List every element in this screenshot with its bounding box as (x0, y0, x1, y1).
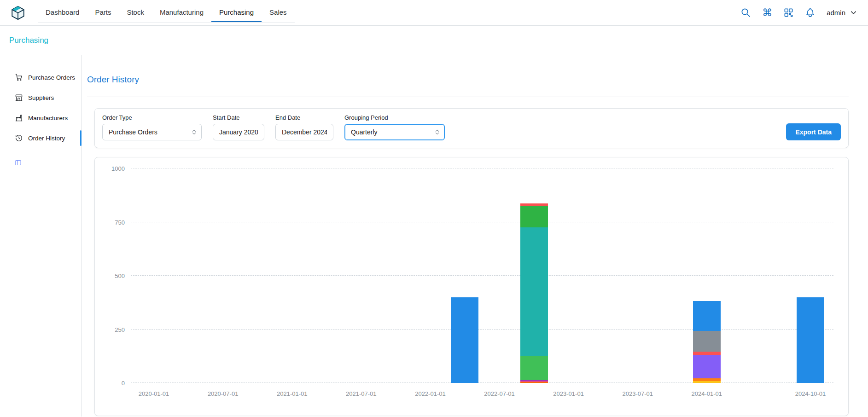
order-type-field: Order Type Purchase Orders (102, 114, 202, 140)
tab-manufacturing[interactable]: Manufacturing (152, 3, 211, 22)
end-date-label: End Date (275, 114, 333, 121)
y-axis-tick-label: 250 (115, 326, 125, 333)
start-date-field: Start Date (213, 114, 264, 140)
tab-parts[interactable]: Parts (87, 3, 119, 22)
sidebar-item-order-history[interactable]: Order History (0, 128, 81, 148)
bar-segment[interactable] (520, 382, 548, 383)
order-history-chart: 025050075010002020-01-012020-07-012021-0… (94, 157, 849, 416)
bar-segment[interactable] (693, 352, 721, 355)
tab-stock[interactable]: Stock (119, 3, 152, 22)
y-axis-tick-label: 750 (115, 219, 125, 226)
x-axis-tick-label: 2022-01-01 (415, 390, 446, 397)
user-menu[interactable]: admin (827, 8, 858, 17)
notifications-bell-icon[interactable] (805, 7, 816, 18)
grouping-period-select[interactable]: Quarterly (344, 124, 445, 140)
sidebar-item-label: Purchase Orders (28, 74, 75, 81)
y-axis-tick-label: 500 (115, 272, 125, 279)
command-palette-icon[interactable]: ⌘ (762, 8, 772, 18)
bar-segment[interactable] (797, 297, 824, 383)
sidebar-item-purchase-orders[interactable]: Purchase Orders (0, 67, 81, 87)
x-axis-tick-label: 2024-01-01 (692, 390, 722, 397)
x-axis-tick-label: 2023-01-01 (553, 390, 584, 397)
sidebar-item-suppliers[interactable]: Suppliers (0, 87, 81, 108)
bar-segment[interactable] (693, 355, 721, 378)
order-type-select[interactable]: Purchase Orders (102, 124, 202, 140)
grouping-period-value: Quarterly (351, 128, 378, 136)
page-content: Purchase Orders Suppliers Manufacturers (0, 55, 868, 417)
hexagon-package-icon (10, 5, 26, 21)
bar-segment[interactable] (520, 206, 548, 228)
x-axis-tick-label: 2022-07-01 (484, 390, 515, 397)
x-axis-tick-label: 2021-07-01 (346, 390, 377, 397)
breadcrumb[interactable]: Purchasing (9, 36, 48, 45)
building-store-icon (15, 93, 23, 102)
order-type-value: Purchase Orders (109, 128, 157, 136)
app-logo[interactable] (10, 5, 26, 21)
gridline (131, 382, 833, 383)
bar-segment[interactable] (451, 297, 478, 383)
gridline (131, 168, 833, 168)
sidebar-collapse-icon[interactable] (15, 159, 22, 166)
top-navbar: Dashboard Parts Stock Manufacturing Purc… (0, 0, 868, 26)
stacked-bar-2022-04-01[interactable] (451, 168, 478, 383)
tab-dashboard[interactable]: Dashboard (38, 3, 87, 22)
filter-card: Order Type Purchase Orders Start Date (94, 108, 849, 148)
gridline (131, 275, 833, 276)
bar-segment[interactable] (520, 227, 548, 356)
qr-scan-icon[interactable] (783, 7, 794, 18)
factory-icon (15, 114, 23, 122)
shopping-cart-icon (15, 73, 23, 81)
bar-segment[interactable] (693, 381, 721, 383)
bar-segment[interactable] (693, 331, 721, 352)
title-divider (87, 97, 849, 97)
stacked-bar-2024-01-01[interactable] (693, 168, 721, 383)
x-axis-tick-label: 2020-07-01 (208, 390, 239, 397)
username-label: admin (827, 9, 845, 17)
x-axis-tick-label: 2023-07-01 (622, 390, 653, 397)
main-nav-tabs: Dashboard Parts Stock Manufacturing Purc… (38, 3, 295, 23)
y-axis-tick-label: 1000 (111, 165, 125, 172)
chevron-down-icon (849, 8, 858, 17)
breadcrumb-bar: Purchasing (0, 26, 868, 55)
tab-purchasing[interactable]: Purchasing (211, 3, 262, 22)
select-updown-icon (434, 129, 441, 136)
stacked-bar-2024-10-01[interactable] (797, 168, 824, 383)
tab-sales[interactable]: Sales (262, 3, 295, 22)
grouping-period-field: Grouping Period Quarterly (344, 114, 445, 140)
grouping-period-label: Grouping Period (344, 114, 445, 121)
bar-segment[interactable] (520, 356, 548, 380)
end-date-field: End Date (275, 114, 333, 140)
start-date-input[interactable] (213, 124, 264, 140)
export-data-button[interactable]: Export Data (786, 123, 841, 140)
sidebar-item-label: Suppliers (28, 94, 54, 101)
search-icon[interactable] (740, 7, 751, 18)
purchasing-sidebar: Purchase Orders Suppliers Manufacturers (0, 55, 82, 417)
navbar-actions: ⌘ admin (740, 7, 858, 18)
end-date-input[interactable] (275, 124, 333, 140)
bar-segment[interactable] (693, 301, 721, 331)
gridline (131, 329, 833, 330)
start-date-label: Start Date (213, 114, 264, 121)
x-axis-tick-label: 2020-01-01 (139, 390, 169, 397)
y-axis-tick-label: 0 (122, 380, 125, 387)
sidebar-item-manufacturers[interactable]: Manufacturers (0, 108, 81, 128)
page-title: Order History (87, 75, 849, 85)
order-history-panel: Order History Order Type Purchase Orders… (82, 55, 868, 417)
history-icon (15, 134, 23, 142)
gridline (131, 222, 833, 222)
sidebar-item-label: Manufacturers (28, 115, 68, 122)
order-type-label: Order Type (102, 114, 202, 121)
sidebar-item-label: Order History (28, 135, 65, 142)
x-axis-tick-label: 2021-01-01 (277, 390, 308, 397)
stacked-bar-2022-10-01[interactable] (520, 168, 548, 383)
select-updown-icon (191, 129, 198, 136)
x-axis-tick-label: 2024-10-01 (795, 390, 826, 397)
chart-plot: 025050075010002020-01-012020-07-012021-0… (131, 168, 833, 383)
